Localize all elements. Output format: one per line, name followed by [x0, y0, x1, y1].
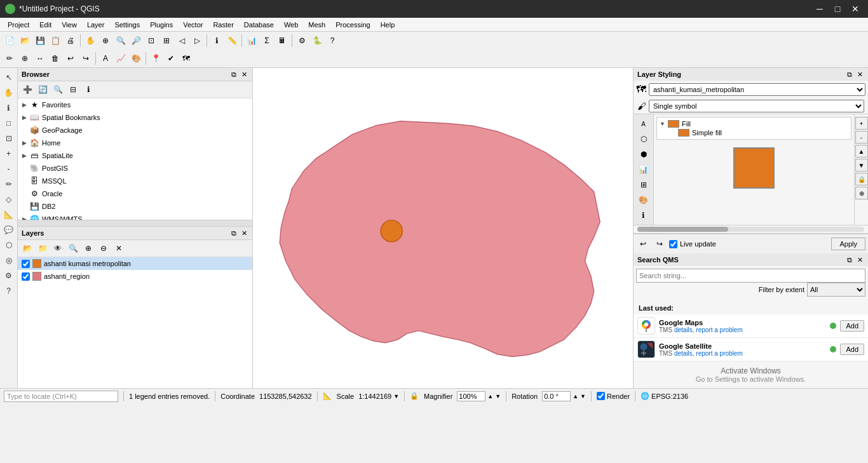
layers-expand-button[interactable]: ⊕	[81, 241, 95, 255]
field-calc-button[interactable]: 🖩	[275, 34, 289, 48]
scale-dropdown-button[interactable]: ▼	[393, 393, 399, 399]
label-tool-button[interactable]: A	[98, 51, 112, 65]
browser-collapse-button[interactable]: ⊟	[66, 83, 80, 97]
style-redo-button[interactable]: ↪	[653, 237, 667, 251]
style-copy-button[interactable]: ⊕	[855, 187, 868, 199]
plugins-button[interactable]: ⚙	[295, 34, 309, 48]
maximize-button[interactable]: □	[830, 1, 845, 17]
style-icon-diagram[interactable]: 📊	[637, 163, 651, 177]
zoom-prev-button[interactable]: ◁	[175, 34, 189, 48]
rotation-spin-down[interactable]: ▼	[580, 393, 586, 399]
menu-processing[interactable]: Processing	[330, 20, 375, 30]
browser-filter-button[interactable]: 🔍	[51, 83, 65, 97]
google-maps-details-link[interactable]: details	[674, 326, 693, 333]
print-button[interactable]: 🖨	[64, 34, 78, 48]
search-qms-input[interactable]	[636, 269, 865, 283]
browser-add-button[interactable]: ➕	[20, 83, 34, 97]
style-icon-fields[interactable]: ⊞	[637, 178, 651, 192]
tree-postgis[interactable]: ▶ 🐘 PostGIS	[18, 162, 252, 175]
layer-kumasi-checkbox[interactable]	[22, 260, 30, 268]
browser-refresh-button[interactable]: 🔄	[36, 83, 50, 97]
help-button[interactable]: ?	[325, 34, 339, 48]
tree-favorites[interactable]: ▶ ★ Favorites	[18, 98, 252, 111]
zoom-next-button[interactable]: ▷	[190, 34, 204, 48]
new-project-button[interactable]: 📄	[3, 34, 17, 48]
style-up-button[interactable]: ▲	[855, 145, 868, 158]
menu-database[interactable]: Database	[239, 20, 279, 30]
layer-selector[interactable]: ashanti_kumasi_metropolitan	[649, 83, 865, 96]
select-tool[interactable]: □	[2, 116, 16, 130]
plugin-tool[interactable]: ⚙	[2, 269, 16, 283]
redo-edit-button[interactable]: ↪	[79, 51, 93, 65]
render-checkbox[interactable]	[597, 392, 605, 400]
layer-item-kumasi[interactable]: ashanti kumasi metropolitan	[18, 257, 252, 270]
zoom-full-button[interactable]: ⊡	[144, 34, 158, 48]
help-tool[interactable]: ?	[2, 284, 16, 298]
browser-close-button[interactable]: ✕	[240, 70, 248, 79]
style-icon-text[interactable]: A	[637, 117, 651, 131]
layer-region-checkbox[interactable]	[22, 272, 30, 281]
color-button[interactable]: 🎨	[129, 51, 143, 65]
layer-styling-float-button[interactable]: ⧉	[845, 70, 854, 79]
locate-button[interactable]: 📍	[149, 51, 163, 65]
filter-extent-select[interactable]: All Current extent	[807, 283, 865, 297]
menu-view[interactable]: View	[57, 20, 82, 30]
styling-scrollbar[interactable]	[637, 227, 864, 232]
tree-geopackage[interactable]: ▶ 📦 GeoPackage	[18, 124, 252, 137]
pan-button[interactable]: ✋	[83, 34, 97, 48]
tree-wms[interactable]: ▶ 🌐 WMS/WMTS	[18, 213, 252, 220]
layers-close-button[interactable]: ✕	[240, 229, 248, 238]
select-button[interactable]: ⊕	[98, 34, 112, 48]
menu-settings[interactable]: Settings	[109, 20, 145, 30]
style-type-selector[interactable]: Single symbol	[649, 100, 864, 112]
menu-edit[interactable]: Edit	[34, 20, 57, 30]
delete-feature-button[interactable]: 🗑	[48, 51, 62, 65]
statistics-button[interactable]: Σ	[260, 34, 274, 48]
diagram-button[interactable]: 📈	[114, 51, 128, 65]
check-geom-button[interactable]: ✔	[164, 51, 178, 65]
search-qms-float-button[interactable]: ⧉	[845, 255, 854, 264]
layers-add-group-button[interactable]: 📁	[36, 241, 50, 255]
layers-open-button[interactable]: 📂	[20, 241, 34, 255]
style-undo-button[interactable]: ↩	[636, 237, 650, 251]
move-feature-button[interactable]: ↔	[33, 51, 47, 65]
attribute-table-button[interactable]: 📊	[245, 34, 259, 48]
minimize-button[interactable]: ─	[812, 1, 827, 17]
deselect-tool[interactable]: ⊡	[2, 131, 16, 145]
style-remove-layer-button[interactable]: -	[855, 131, 868, 144]
style-icon-metadata[interactable]: ℹ	[637, 208, 651, 222]
layer-styling-close-button[interactable]: ✕	[855, 70, 864, 79]
zoom-out-tool[interactable]: -	[2, 162, 16, 176]
magnifier-spin-down[interactable]: ▼	[495, 393, 501, 399]
pan-tool[interactable]: ✋	[2, 86, 16, 100]
tree-spatial-bookmarks[interactable]: ▶ 📖 Spatial Bookmarks	[18, 111, 252, 124]
3d-tool[interactable]: ⬡	[2, 238, 16, 252]
undo-edit-button[interactable]: ↩	[64, 51, 78, 65]
node-tool[interactable]: ◇	[2, 192, 16, 206]
layers-collapse-button[interactable]: ⊖	[97, 241, 111, 255]
style-icon-3d[interactable]: ⬢	[637, 147, 651, 161]
browser-float-button[interactable]: ⧉	[229, 70, 238, 79]
menu-vector[interactable]: Vector	[178, 20, 208, 30]
magnifier-spin-up[interactable]: ▲	[487, 393, 493, 399]
style-down-button[interactable]: ▼	[855, 159, 868, 171]
style-icon-symbol[interactable]: ⬡	[637, 132, 651, 146]
menu-help[interactable]: Help	[376, 20, 400, 30]
save-project-button[interactable]: 💾	[33, 34, 47, 48]
style-add-layer-button[interactable]: +	[855, 117, 868, 130]
google-satellite-report-link[interactable]: report a problem	[696, 350, 742, 357]
close-button[interactable]: ✕	[848, 1, 863, 17]
spatial-tool[interactable]: ◎	[2, 253, 16, 267]
edit-tool-button[interactable]: ✏	[3, 51, 17, 65]
zoom-out-button[interactable]: 🔎	[129, 34, 143, 48]
google-maps-add-button[interactable]: Add	[840, 320, 864, 332]
save-as-button[interactable]: 📋	[48, 34, 62, 48]
draw-tool[interactable]: ✏	[2, 177, 16, 191]
style-icon-rendering[interactable]: 🎨	[637, 193, 651, 207]
menu-raster[interactable]: Raster	[208, 20, 238, 30]
menu-mesh[interactable]: Mesh	[303, 20, 330, 30]
add-feature-button[interactable]: ⊕	[18, 51, 32, 65]
rotation-spin-up[interactable]: ▲	[573, 393, 578, 399]
google-satellite-add-button[interactable]: Add	[840, 344, 864, 355]
fill-color-swatch[interactable]	[733, 147, 775, 189]
